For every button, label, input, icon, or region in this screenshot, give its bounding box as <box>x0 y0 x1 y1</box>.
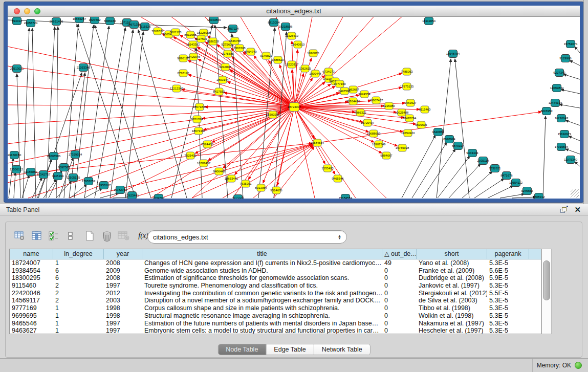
graph-node[interactable]: 9465546 <box>332 175 344 182</box>
cell-out_degree[interactable]: 0 <box>382 312 417 320</box>
cell-pagerank[interactable]: 5.3E-5 <box>487 282 529 290</box>
tab-node-table[interactable]: Node Table <box>218 344 266 355</box>
graph-node[interactable]: 11325419 <box>285 32 299 39</box>
graph-node[interactable]: 9227343 <box>553 69 565 77</box>
cell-out_degree[interactable]: 0 <box>382 320 417 327</box>
tab-network-table[interactable]: Network Table <box>314 344 370 355</box>
graph-edge[interactable] <box>294 107 315 198</box>
cell-in_degree[interactable]: 1 <box>53 259 104 267</box>
graph-node[interactable]: 8938924 <box>443 136 455 143</box>
graph-edge[interactable] <box>84 188 102 198</box>
graph-edge[interactable] <box>294 107 398 146</box>
graph-node[interactable]: 2935114 <box>477 157 490 165</box>
graph-edge[interactable] <box>402 135 435 198</box>
cell-short[interactable]: Stergiakouli et al. (2012) <box>417 290 487 297</box>
row-height-icon[interactable] <box>63 228 78 244</box>
graph-node[interactable]: 7412098 <box>232 195 244 199</box>
table-row[interactable]: 1938455462009Genome-wide association stu… <box>10 267 541 275</box>
cell-title[interactable]: Estimation of the future numbers of pati… <box>142 320 382 327</box>
cell-pagerank[interactable]: 5.3E-5 <box>487 304 529 312</box>
graph-node[interactable]: 7524402 <box>201 141 213 148</box>
cell-year[interactable]: 2008 <box>104 274 142 282</box>
cell-out_degree[interactable]: 0 <box>382 327 417 334</box>
graph-node[interactable]: 1696815 <box>307 50 319 57</box>
graph-node[interactable]: 8913954 <box>255 184 267 191</box>
graph-node[interactable]: 20691406 <box>50 18 63 26</box>
graph-node[interactable]: 9761324 <box>191 116 203 123</box>
graph-node[interactable]: 10653257 <box>73 17 86 23</box>
graph-node[interactable]: 17016504 <box>555 143 569 151</box>
graph-node[interactable]: 6466160 <box>104 17 116 25</box>
cell-in_degree[interactable]: 6 <box>53 267 104 275</box>
cell-name[interactable]: 9777169 <box>10 304 53 312</box>
network-graph[interactable]: 8940122405572420691406106532571527602646… <box>8 17 580 199</box>
graph-edge[interactable] <box>412 142 447 198</box>
graph-edge[interactable] <box>543 116 546 198</box>
table-row[interactable]: 969969511998Structural magnetic resonanc… <box>10 312 541 320</box>
cell-name[interactable]: 9115460 <box>10 282 53 290</box>
graph-edge[interactable] <box>8 20 227 28</box>
graph-node[interactable]: 9474444 <box>466 149 478 157</box>
graph-edge[interactable] <box>70 184 87 198</box>
cell-title[interactable]: Tourette syndrome. Phenomenology and cla… <box>142 282 382 290</box>
graph-edge[interactable] <box>95 25 151 198</box>
graph-node[interactable]: 18113054 <box>422 17 436 25</box>
graph-edge[interactable] <box>110 30 133 198</box>
graph-node[interactable]: 9406448 <box>213 168 225 175</box>
column-header-pagerank[interactable]: pagerank <box>487 249 529 259</box>
graph-node[interactable]: 18571834 <box>193 103 207 111</box>
table-row[interactable]: 1872400712008Changes of HCN gene express… <box>10 259 541 267</box>
graph-node[interactable]: 7515526 <box>139 23 151 31</box>
close-window-button[interactable] <box>14 8 20 14</box>
graph-node[interactable]: 7986322 <box>354 109 366 116</box>
graph-edge[interactable] <box>474 179 504 198</box>
graph-edge[interactable] <box>294 17 343 107</box>
graph-edge[interactable] <box>84 26 109 198</box>
cell-pagerank[interactable]: 5.9E-5 <box>487 274 529 282</box>
graph-node[interactable]: 1546768 <box>229 37 241 45</box>
cell-short[interactable]: Dudbridge et al. (2008) <box>417 274 487 282</box>
column-header-name[interactable]: name <box>10 249 53 259</box>
graph-edge[interactable] <box>77 24 136 198</box>
cell-pagerank[interactable]: 5.3E-5 <box>487 312 529 320</box>
scrollbar-thumb[interactable] <box>543 260 550 300</box>
graph-node[interactable]: 10807487 <box>369 97 383 104</box>
graph-node[interactable]: 2718120 <box>177 70 189 77</box>
graph-edge[interactable] <box>208 107 294 161</box>
create-column-icon[interactable] <box>82 228 98 244</box>
graph-edge[interactable] <box>100 193 119 198</box>
cell-pagerank[interactable]: 5.3E-5 <box>487 327 529 334</box>
graph-node[interactable]: 11156869 <box>24 168 37 176</box>
graph-edge[interactable] <box>449 164 481 198</box>
graph-node[interactable]: 1640954 <box>432 128 444 136</box>
graph-edge[interactable] <box>95 28 125 198</box>
graph-node[interactable]: 9884067 <box>380 152 393 159</box>
cell-in_degree[interactable]: 2 <box>53 282 104 290</box>
graph-edge[interactable] <box>565 120 580 125</box>
graph-edge[interactable] <box>569 136 580 141</box>
cell-name[interactable]: 14569117 <box>10 297 53 304</box>
cell-short[interactable]: Yano et al. (2008) <box>417 259 487 267</box>
table-row[interactable]: 946554611997Estimation of the future num… <box>10 320 541 327</box>
table-row[interactable]: 1456911722003Disruption of a novel membe… <box>10 297 541 304</box>
cell-year[interactable]: 2009 <box>104 267 142 275</box>
cell-year[interactable]: 1997 <box>104 327 142 334</box>
graph-node[interactable]: 1362615 <box>299 65 311 72</box>
table-row[interactable]: 946362711997Embryonic stem cells: a mode… <box>10 327 541 334</box>
show-columns-icon[interactable] <box>29 228 45 244</box>
graph-node[interactable]: 7635301 <box>239 180 252 187</box>
cell-in_degree[interactable]: 1 <box>53 320 104 327</box>
graph-node[interactable]: 1535405 <box>321 165 334 172</box>
column-header-out_degree[interactable]: △ out_de… <box>382 249 417 259</box>
cell-in_degree[interactable]: 2 <box>53 290 104 297</box>
graph-edge[interactable] <box>512 197 536 198</box>
delete-table-icon[interactable] <box>116 228 132 244</box>
graph-node[interactable]: 9777169 <box>334 80 346 87</box>
cell-in_degree[interactable]: 1 <box>53 304 104 312</box>
graph-edge[interactable] <box>438 156 470 198</box>
cell-title[interactable]: Structural magnetic resonance image aver… <box>142 312 382 320</box>
graph-node[interactable]: 16648784 <box>446 50 460 58</box>
graph-node[interactable]: 20364436 <box>346 98 360 105</box>
graph-node[interactable]: 7525402 <box>184 152 197 159</box>
cell-out_degree[interactable]: 49 <box>382 259 417 267</box>
